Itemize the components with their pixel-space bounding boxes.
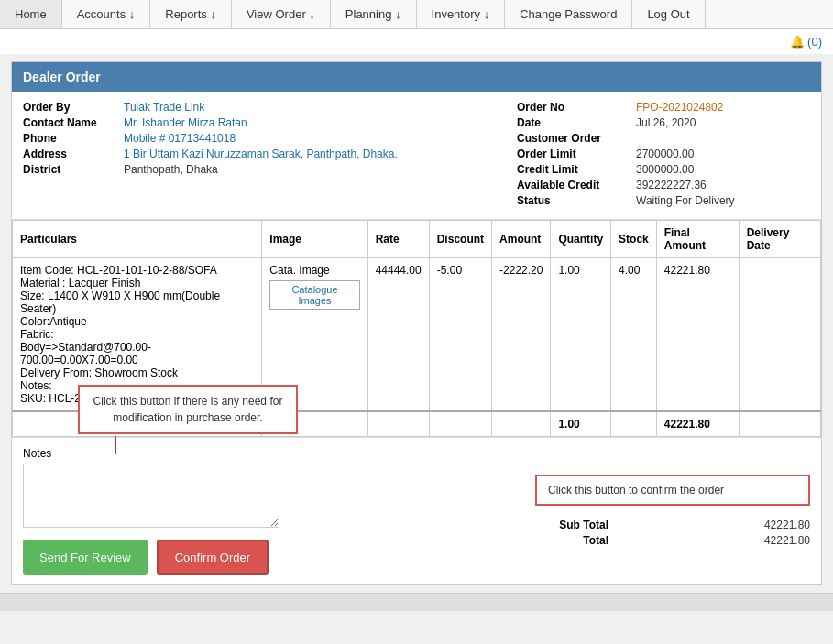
contact-label: Contact Name (23, 116, 124, 129)
address-value: 1 Bir Uttam Kazi Nuruzzaman Sarak, Panth… (124, 147, 398, 160)
available-credit-label: Available Credit (517, 179, 636, 191)
order-by-label: Order By (23, 101, 124, 114)
button-row: Send For Review Confirm Order (23, 540, 279, 575)
date-value: Jul 26, 2020 (636, 116, 696, 129)
bell-icon[interactable]: 🔔 (0) (790, 35, 823, 49)
footer-bar (0, 593, 833, 611)
confirm-order-tooltip: Click this button to confirm the order (535, 475, 810, 506)
cell-stock: 4.00 (611, 258, 657, 412)
total-value: 42221.80 (764, 534, 810, 547)
totals-and-tooltip: Click this button to confirm the order S… (535, 447, 810, 550)
top-bar: 🔔 (0) (0, 29, 833, 54)
table-header-image: Image (262, 221, 367, 258)
cell-quantity: 1.00 (551, 258, 611, 412)
total-empty-cell (367, 411, 429, 437)
nav-item-logout[interactable]: Log Out (632, 0, 705, 28)
tooltip-arrow-line (115, 436, 116, 454)
phone-label: Phone (23, 132, 124, 145)
cell-amount: -2222.20 (492, 258, 551, 412)
send-review-tooltip: Click this button if there is any need f… (78, 385, 298, 434)
order-limit-label: Order Limit (517, 147, 636, 160)
order-by-value: Tulak Trade Link (124, 101, 204, 114)
sub-total-value: 42221.80 (764, 518, 810, 531)
cata-image-label: Cata. Image (269, 264, 329, 277)
nav-item-home[interactable]: Home (0, 0, 62, 28)
status-value: Waiting For Delivery (636, 194, 735, 207)
notes-label: Notes (23, 447, 279, 460)
cell-rate: 44444.00 (367, 258, 429, 412)
status-label: Status (517, 194, 636, 207)
table-header-amount: Amount (492, 221, 551, 258)
card-header: Dealer Order (12, 62, 821, 92)
sub-total-label: Sub Total (535, 518, 608, 531)
totals-section: Sub Total 42221.80 Total 42221.80 (535, 515, 810, 547)
order-info-section: Order By Tulak Trade Link Contact Name M… (12, 92, 821, 220)
date-label: Date (517, 116, 636, 129)
total-label: Total (535, 534, 608, 547)
district-label: District (23, 163, 124, 176)
order-limit-value: 2700000.00 (636, 147, 694, 160)
dealer-order-card: Dealer Order Order By Tulak Trade Link C… (11, 61, 822, 585)
credit-limit-label: Credit Limit (517, 163, 636, 176)
table-header-delivery-date: Delivery Date (739, 221, 820, 258)
nav-bar: HomeAccounts ↓Reports ↓View Order ↓Plann… (0, 0, 833, 29)
confirm-order-button[interactable]: Confirm Order (157, 540, 269, 575)
contact-value: Mr. Ishander Mirza Ratan (124, 116, 247, 129)
nav-item-accounts[interactable]: Accounts ↓ (62, 0, 151, 28)
order-no-value: FPO-2021024802 (636, 101, 723, 114)
bottom-section: Notes Click this button if there is any … (12, 437, 821, 584)
cell-delivery-date (739, 258, 820, 412)
address-label: Address (23, 147, 124, 160)
phone-value: Mobile # 01713441018 (124, 132, 236, 145)
send-for-review-button[interactable]: Send For Review (23, 540, 148, 575)
confirm-button-container: Confirm Order (157, 540, 269, 575)
total-row: Total 42221.80 (535, 534, 810, 547)
customer-order-label: Customer Order (517, 132, 636, 145)
total-quantity-cell: 1.00 (551, 411, 611, 437)
cell-discount: -5.00 (429, 258, 491, 412)
nav-item-planning[interactable]: Planning ↓ (331, 0, 417, 28)
total-empty-cell (739, 411, 820, 437)
district-value: Panthopath, Dhaka (124, 163, 218, 176)
order-no-label: Order No (517, 101, 636, 114)
table-header-stock: Stock (611, 221, 657, 258)
nav-item-changepassword[interactable]: Change Password (505, 0, 632, 28)
nav-item-reports[interactable]: Reports ↓ (150, 0, 232, 28)
table-header-rate: Rate (367, 221, 429, 258)
table-header-final-amount: Final Amount (656, 221, 739, 258)
table-header-quantity: Quantity (551, 221, 611, 258)
total-empty-cell (429, 411, 491, 437)
catalogue-images-button[interactable]: Catalogue Images (269, 280, 359, 310)
credit-limit-value: 3000000.00 (636, 163, 694, 176)
notes-section: Notes Click this button if there is any … (23, 447, 279, 575)
nav-item-inventory[interactable]: Inventory ↓ (417, 0, 506, 28)
notes-textarea[interactable] (23, 464, 279, 528)
table-header-discount: Discount (429, 221, 491, 258)
cell-final-amount: 42221.80 (656, 258, 739, 412)
table-header-particulars: Particulars (13, 221, 262, 258)
order-info-right: Order No FPO-2021024802 Date Jul 26, 202… (517, 101, 810, 210)
total-empty-cell (492, 411, 551, 437)
nav-item-vieworder[interactable]: View Order ↓ (232, 0, 331, 28)
available-credit-value: 392222227.36 (636, 179, 707, 191)
total-empty-cell (611, 411, 657, 437)
total-final-amount-cell: 42221.80 (656, 411, 739, 437)
order-info-left: Order By Tulak Trade Link Contact Name M… (23, 101, 499, 210)
sub-total-row: Sub Total 42221.80 (535, 518, 810, 531)
